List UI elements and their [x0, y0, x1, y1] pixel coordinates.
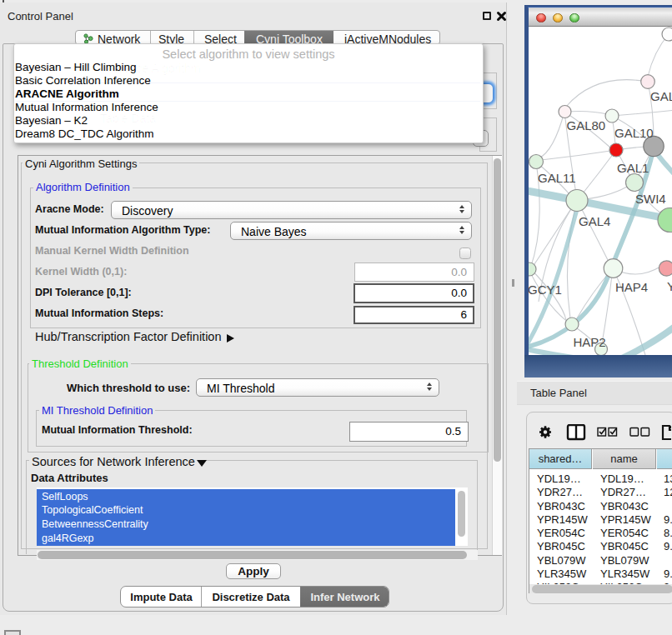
- svg-text:HAP4: HAP4: [615, 280, 648, 294]
- svg-text:GAL80: GAL80: [567, 118, 606, 132]
- svg-text:GAL1: GAL1: [617, 161, 649, 175]
- svg-text:YB: YB: [667, 279, 672, 293]
- svg-text:HAP2: HAP2: [574, 335, 606, 349]
- svg-text:GCY1: GCY1: [529, 282, 562, 297]
- svg-text:GAL11: GAL11: [538, 171, 576, 185]
- svg-text:SWI4: SWI4: [635, 192, 666, 206]
- svg-text:GAL10: GAL10: [614, 126, 654, 140]
- svg-text:GAL4: GAL4: [579, 214, 610, 228]
- svg-text:GAL7: GAL7: [650, 89, 672, 103]
